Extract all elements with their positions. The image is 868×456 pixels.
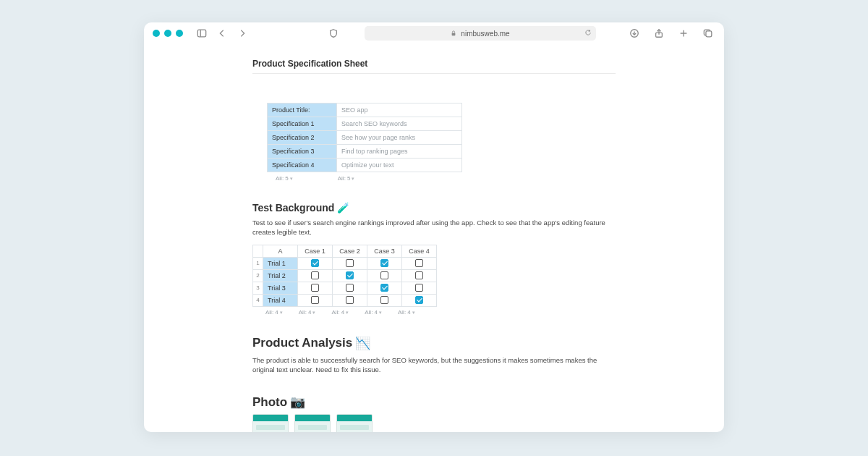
checkbox-icon[interactable] xyxy=(346,296,354,304)
row-label[interactable]: Trial 2 xyxy=(263,269,298,282)
checkbox-icon[interactable] xyxy=(311,259,319,267)
document-body: Product Specification Sheet Product Titl… xyxy=(144,44,724,432)
new-tab-icon[interactable] xyxy=(676,26,691,41)
shield-icon[interactable] xyxy=(326,26,341,41)
checkbox-icon[interactable] xyxy=(415,271,423,279)
svg-rect-8 xyxy=(706,31,712,37)
photo-heading: Photo 📷 xyxy=(252,394,616,410)
column-count[interactable]: All: 4 xyxy=(398,309,415,316)
thumbnail[interactable] xyxy=(294,414,331,432)
row-number: 2 xyxy=(253,269,263,282)
column-header[interactable]: Case 1 xyxy=(298,245,333,257)
heading-text: Photo xyxy=(252,395,287,410)
checkbox-cell[interactable] xyxy=(367,269,402,282)
table-row[interactable]: Product Title:SEO app xyxy=(268,104,462,117)
forward-button[interactable] xyxy=(235,26,250,41)
checkbox-icon[interactable] xyxy=(311,296,319,304)
table-row[interactable]: Specification 1Search SEO keywords xyxy=(268,117,462,131)
checkbox-icon[interactable] xyxy=(415,284,423,292)
close-dot-icon[interactable] xyxy=(153,30,160,37)
checkbox-cell[interactable] xyxy=(367,282,402,294)
table-row[interactable]: 1Trial 1 xyxy=(253,257,437,269)
column-count[interactable]: All: 5 xyxy=(276,175,293,182)
checkbox-cell[interactable] xyxy=(402,269,437,282)
row-label: Product Title: xyxy=(268,104,337,117)
window-controls[interactable] xyxy=(153,30,183,37)
test-background-heading: Test Background 🧪 xyxy=(252,202,616,214)
checkbox-cell[interactable] xyxy=(367,257,402,269)
checkbox-icon[interactable] xyxy=(311,271,319,279)
row-value[interactable]: SEO app xyxy=(337,104,462,117)
camera-icon: 📷 xyxy=(290,394,305,410)
row-label[interactable]: Trial 1 xyxy=(263,257,298,269)
checkbox-icon[interactable] xyxy=(415,259,423,267)
checkbox-icon[interactable] xyxy=(346,284,354,292)
table-row[interactable]: 3Trial 3 xyxy=(253,282,437,294)
heading-text: Product Analysis xyxy=(252,336,352,350)
row-value[interactable]: Search SEO keywords xyxy=(337,117,462,131)
table-row[interactable]: 4Trial 4 xyxy=(253,294,437,306)
titlebar: nimbusweb.me xyxy=(144,22,724,44)
row-label: Specification 2 xyxy=(268,131,337,145)
checkbox-cell[interactable] xyxy=(298,294,333,306)
row-label: Specification 3 xyxy=(268,145,337,159)
column-count[interactable]: All: 4 xyxy=(299,309,316,316)
thumbnail[interactable] xyxy=(252,414,289,432)
photo-thumbnails xyxy=(252,414,616,432)
share-icon[interactable] xyxy=(652,26,666,41)
column-count[interactable]: All: 5 xyxy=(338,175,355,182)
row-value[interactable]: See how your page ranks xyxy=(337,131,462,145)
checkbox-cell[interactable] xyxy=(367,294,402,306)
checkbox-icon[interactable] xyxy=(380,284,388,292)
download-icon[interactable] xyxy=(627,26,642,41)
checkbox-cell[interactable] xyxy=(402,294,437,306)
checkbox-icon[interactable] xyxy=(346,259,354,267)
row-label: Specification 4 xyxy=(268,159,337,172)
row-label[interactable]: Trial 4 xyxy=(263,294,298,306)
column-count[interactable]: All: 4 xyxy=(265,309,283,316)
checkbox-cell[interactable] xyxy=(333,282,367,294)
column-header[interactable]: Case 2 xyxy=(333,245,367,257)
test-background-body: Test to see if user's search engine rank… xyxy=(252,218,616,237)
sidebar-toggle-icon[interactable] xyxy=(195,26,209,41)
checkbox-icon[interactable] xyxy=(380,259,388,267)
checkbox-icon[interactable] xyxy=(415,296,423,304)
row-label[interactable]: Trial 3 xyxy=(263,282,298,294)
column-header[interactable]: Case 4 xyxy=(402,245,437,257)
checkbox-cell[interactable] xyxy=(333,294,367,306)
checkbox-icon[interactable] xyxy=(346,271,354,279)
table-row[interactable]: Specification 2See how your page ranks xyxy=(268,131,462,145)
checkbox-cell[interactable] xyxy=(402,257,437,269)
row-value[interactable]: Find top ranking pages xyxy=(337,145,462,159)
checkbox-cell[interactable] xyxy=(298,282,333,294)
trial-table[interactable]: ACase 1Case 2Case 3Case 41Trial 12Trial … xyxy=(252,245,437,307)
back-button[interactable] xyxy=(215,26,229,41)
checkbox-cell[interactable] xyxy=(298,257,333,269)
checkbox-icon[interactable] xyxy=(311,284,319,292)
checkbox-icon[interactable] xyxy=(380,271,388,279)
checkbox-cell[interactable] xyxy=(333,257,367,269)
address-bar[interactable]: nimbusweb.me xyxy=(365,26,596,41)
row-number: 3 xyxy=(253,282,263,294)
table-row[interactable]: 2Trial 2 xyxy=(253,269,437,282)
table-row[interactable]: Specification 3Find top ranking pages xyxy=(268,145,462,159)
column-count[interactable]: All: 4 xyxy=(332,309,349,316)
lock-icon xyxy=(451,30,456,36)
spec-table[interactable]: Product Title:SEO appSpecification 1Sear… xyxy=(267,103,462,172)
checkbox-cell[interactable] xyxy=(333,269,367,282)
row-value[interactable]: Optimize your text xyxy=(337,159,462,172)
minimize-dot-icon[interactable] xyxy=(164,30,171,37)
reload-icon[interactable] xyxy=(584,29,592,38)
browser-window: nimbusweb.me Product Specification Sheet xyxy=(144,22,724,432)
column-count[interactable]: All: 4 xyxy=(365,309,382,316)
tabs-icon[interactable] xyxy=(701,26,715,41)
product-analysis-heading: Product Analysis 📉 xyxy=(252,336,616,351)
zoom-dot-icon[interactable] xyxy=(176,30,183,37)
column-header[interactable]: A xyxy=(263,245,298,257)
thumbnail[interactable] xyxy=(336,414,373,432)
checkbox-cell[interactable] xyxy=(402,282,437,294)
checkbox-cell[interactable] xyxy=(298,269,333,282)
checkbox-icon[interactable] xyxy=(380,296,388,304)
column-header[interactable]: Case 3 xyxy=(367,245,402,257)
table-row[interactable]: Specification 4Optimize your text xyxy=(268,159,462,172)
